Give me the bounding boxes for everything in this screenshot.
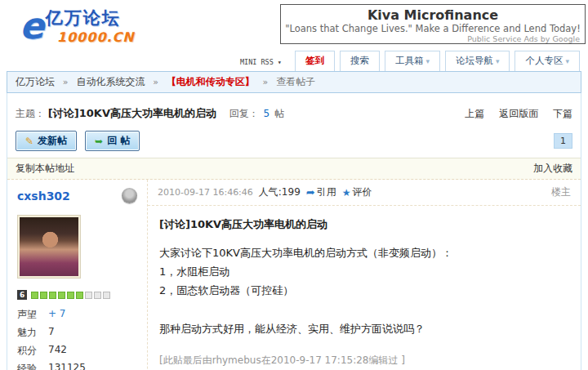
- actions-row: ✎ 发新帖 ➥ 回 帖 1: [7, 126, 581, 158]
- stat-value: 7: [48, 326, 55, 340]
- breadcrumb-category[interactable]: 自动化系统交流: [76, 76, 145, 87]
- logo-domain: 10000.CN: [57, 29, 135, 45]
- star-icon: ★: [342, 187, 351, 198]
- toolbar: MINI RSS ▾ 签到 搜索 工具箱▾ 论坛导航▾ 个人专区▾: [0, 49, 588, 71]
- main-content: 主题： [讨论]10KV高压大功率电机的启动 回复： 5 帖 上篇 返回版面 下…: [7, 93, 581, 370]
- tab-personal[interactable]: 个人专区▾: [514, 51, 580, 71]
- next-thread-link[interactable]: 下篇: [553, 108, 572, 119]
- author-stats: 声望 + 7 魅力 7 积分 742 经验 131125: [17, 308, 137, 370]
- mini-link[interactable]: MINI: [240, 58, 256, 66]
- floor-badge: 楼主: [551, 185, 571, 199]
- reply-count: 5: [264, 108, 270, 119]
- reply-button[interactable]: ➥ 回 帖: [85, 131, 140, 151]
- post-header-row: 复制本帖地址 加入收藏: [7, 158, 581, 180]
- reply-unit: 帖: [274, 108, 284, 119]
- post-content: [讨论]10KV高压大功率电机的启动 大家讨论下10KV高压大功率电机的启动方式…: [148, 206, 581, 370]
- ad-byline: Public Service Ads by Google: [281, 34, 585, 43]
- author-panel: cxsh302 6 声望 + 7 魅力: [7, 180, 148, 370]
- new-post-button[interactable]: ✎ 发新帖: [16, 131, 77, 151]
- copy-post-link[interactable]: 复制本帖地址: [16, 162, 74, 176]
- dropdown-arrow-icon: ▾: [565, 57, 569, 65]
- level-badge: 6: [17, 290, 27, 300]
- post-paragraph: 1，水阻柜启动: [159, 262, 569, 281]
- logo-title: 亿万论坛: [46, 7, 135, 29]
- dropdown-arrow-icon: ▾: [496, 57, 500, 65]
- dropdown-arrow-icon: ▾: [425, 57, 430, 65]
- breadcrumb-board[interactable]: 【电机和传动专区】: [167, 76, 255, 87]
- edit-note: [此贴最后由rhymebus在2010-9-17 17:15:28编辑过 ]: [159, 351, 569, 370]
- post-datetime: 2010-09-17 16:46:46: [158, 187, 253, 198]
- breadcrumb-current: 查看帖子: [276, 76, 315, 87]
- pencil-icon: ✎: [25, 136, 33, 147]
- site-logo[interactable]: e 亿万论坛 10000.CN: [20, 7, 135, 45]
- post-paragraph: 大家讨论下10KV高压大功率电机的启动方式（非变频启动）：: [159, 243, 569, 262]
- tab-signin[interactable]: 签到: [295, 51, 335, 71]
- breadcrumb-separator: »: [263, 77, 269, 87]
- tab-search[interactable]: 搜索: [340, 51, 380, 71]
- thread-title-row: 主题： [讨论]10KV高压大功率电机的启动 回复： 5 帖 上篇 返回版面 下…: [7, 93, 581, 126]
- stat-label: 声望: [17, 308, 48, 322]
- avatar: [17, 215, 81, 279]
- stat-label: 经验: [17, 362, 48, 370]
- post-block: 复制本帖地址 加入收藏 cxsh302 6 声望: [7, 158, 581, 370]
- chevron-down-icon[interactable]: ▾: [278, 58, 282, 66]
- site-header: e 亿万论坛 10000.CN Kiva Microfinance "Loans…: [0, 0, 588, 49]
- post-title: [讨论]10KV高压大功率电机的启动: [159, 217, 569, 232]
- rss-link[interactable]: RSS: [261, 58, 273, 66]
- rate-link[interactable]: ★ 评价: [342, 185, 372, 199]
- ad-banner[interactable]: Kiva Microfinance "Loans that Change Liv…: [280, 4, 586, 44]
- thread-subject: [讨论]10KV高压大功率电机的启动: [48, 107, 216, 119]
- stat-value: 131125: [48, 362, 86, 370]
- prev-thread-link[interactable]: 上篇: [465, 108, 484, 119]
- breadcrumb-separator: »: [153, 77, 158, 87]
- author-username[interactable]: cxsh302: [17, 189, 70, 203]
- quote-icon: ➦: [306, 186, 315, 198]
- stat-label: 积分: [17, 344, 48, 358]
- tab-forum-nav[interactable]: 论坛导航▾: [445, 51, 510, 71]
- user-level-bar: 6: [17, 290, 137, 300]
- view-count: 人气:199: [259, 185, 301, 199]
- logo-e-icon: e: [20, 10, 44, 42]
- stat-label: 魅力: [17, 326, 48, 340]
- stat-value[interactable]: + 7: [48, 308, 66, 322]
- reply-arrow-icon: ➥: [95, 136, 103, 147]
- reply-label: 回复：: [229, 108, 259, 119]
- ad-tagline: "Loans that Change Lives." Make a Differ…: [281, 23, 585, 34]
- breadcrumb-separator: »: [63, 77, 69, 87]
- post-paragraph: 2，固态软启动器（可控硅）: [159, 281, 569, 300]
- ad-title: Kiva Microfinance: [281, 7, 585, 23]
- breadcrumb-home[interactable]: 亿万论坛: [16, 76, 55, 87]
- default-avatar-icon: [122, 188, 137, 203]
- quote-link[interactable]: ➦ 引用: [306, 185, 336, 199]
- tab-toolbox[interactable]: 工具箱▾: [385, 51, 440, 71]
- add-favorite-link[interactable]: 加入收藏: [533, 162, 572, 176]
- post-meta-row: 2010-09-17 16:46:46 人气:199 ➦ 引用 ★ 评价 楼主: [148, 180, 581, 206]
- stat-value: 742: [48, 344, 67, 358]
- back-to-board-link[interactable]: 返回版面: [499, 108, 538, 119]
- subject-label: 主题：: [16, 108, 45, 119]
- page-number[interactable]: 1: [554, 133, 572, 149]
- post-question: 那种启动方式好用，能从经济、实用、维护方面说说吗？: [159, 319, 569, 338]
- breadcrumb: 亿万论坛 » 自动化系统交流 » 【电机和传动专区】 » 查看帖子: [7, 71, 581, 93]
